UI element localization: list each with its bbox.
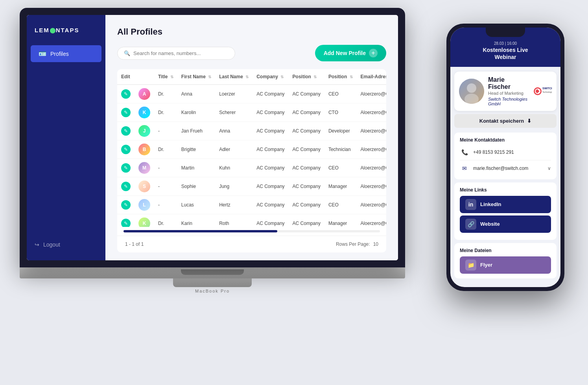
edit-button-4[interactable]: ✎ [121, 163, 131, 173]
edit-cell: ✎ [117, 122, 135, 140]
phone-icon: 📞 [460, 147, 469, 157]
firstname-cell: Karolin [177, 103, 215, 122]
lastname-cell: Jung [215, 177, 253, 196]
save-contact-button[interactable]: Kontakt speichern ⬇ [454, 114, 557, 128]
edit-button-3[interactable]: ✎ [121, 145, 131, 154]
profiles-table-container: Edit Title ⇅ First Name ⇅ Last Name ⇅ Co… [117, 69, 386, 252]
sidebar-nav: 🪪 Profiles [27, 45, 105, 237]
edit-cell: ✎ [117, 177, 135, 196]
macbook-label: MacBook Pro [20, 289, 405, 293]
contact-phone-item[interactable]: 📞 +49 8153 9215 291 [460, 146, 551, 158]
rows-per-page-value: 10 [373, 241, 378, 247]
search-input[interactable] [133, 50, 229, 56]
avatar-cell: J [135, 122, 154, 140]
position1-cell: AC Company [289, 103, 324, 122]
phone-header-date: 28.03 | 16:00 [457, 41, 554, 46]
email-cell: Aloerzero@Gmail.Com [357, 196, 386, 214]
edit-button-1[interactable]: ✎ [121, 108, 131, 117]
flyer-button[interactable]: 📁 Flyer [460, 256, 551, 274]
lastname-cell: Hertz [215, 196, 253, 214]
website-icon: 🔗 [465, 219, 476, 230]
macbook-screen: LEMNTAPS 🪪 Profiles ↪ Logout All Profile… [20, 8, 405, 267]
position2-cell: Developer [324, 122, 357, 140]
email-cell: Aloerzero@Gmail.Com [357, 214, 386, 227]
lastname-cell: Anna [215, 122, 253, 140]
table-row: ✎ M - Martin Kuhn AC Company AC Company … [117, 159, 386, 177]
profile-photo [459, 79, 484, 104]
edit-cell: ✎ [117, 196, 135, 214]
title-cell: Dr. [154, 140, 177, 159]
linkedin-button[interactable]: in LinkedIn [460, 196, 551, 213]
search-box[interactable]: 🔍 [117, 47, 235, 60]
app-window: LEMNTAPS 🪪 Profiles ↪ Logout All Profile… [27, 15, 398, 260]
table-row: ✎ S - Sophie Jung AC Company AC Company … [117, 177, 386, 196]
add-profile-button[interactable]: Add New Profile + [315, 45, 386, 61]
avatar-cell: S [135, 177, 154, 196]
company-cell: AC Company [253, 159, 288, 177]
divider [460, 160, 551, 160]
firstname-cell: Anna [177, 85, 215, 103]
table-scrollbar[interactable] [123, 230, 380, 232]
email-cell: Aloerzero@Gmail.Com [357, 177, 386, 196]
avatar-1: K [138, 107, 150, 118]
edit-cell: ✎ [117, 85, 135, 103]
avatar-cell: K [135, 103, 154, 122]
edit-button-6[interactable]: ✎ [121, 200, 131, 210]
edit-button-5[interactable]: ✎ [121, 182, 131, 191]
lastname-cell: Kuhn [215, 159, 253, 177]
toolbar: 🔍 Add New Profile + [117, 45, 386, 61]
edit-button-7[interactable]: ✎ [121, 219, 131, 227]
contact-phone-number: +49 8153 9215 291 [473, 149, 514, 155]
phone-screen: 28.03 | 16:00 Kostenloses LiveWebinar [450, 28, 560, 287]
firstname-cell: Martin [177, 159, 215, 177]
expand-icon[interactable]: ∨ [547, 166, 551, 171]
contact-email-item[interactable]: ✉ marie.fischer@switch.com ∨ [460, 162, 551, 175]
col-title: Title ⇅ [154, 69, 177, 85]
email-cell: Aloerzero@Gmail.Com [357, 140, 386, 159]
sidebar-item-profiles[interactable]: 🪪 Profiles [31, 45, 101, 62]
avatar-6: L [138, 199, 150, 211]
company-cell: AC Company [253, 122, 288, 140]
table-header-row: Edit Title ⇅ First Name ⇅ Last Name ⇅ Co… [117, 69, 386, 85]
main-content: All Profiles 🔍 Add New Profile + [105, 15, 398, 260]
email-cell: Aloerzero@Gmail.Com [357, 85, 386, 103]
logout-button[interactable]: ↪ Logout [27, 237, 105, 252]
files-section-title: Meine Dateien [460, 248, 551, 253]
svg-text:SWITCH: SWITCH [542, 87, 552, 90]
search-icon: 🔍 [124, 50, 130, 56]
links-section-title: Meine Links [460, 187, 551, 193]
svg-point-1 [467, 83, 476, 93]
position2-cell: Technician [324, 140, 357, 159]
table-row: ✎ L - Lucas Hertz AC Company AC Company … [117, 196, 386, 214]
avatar-cell: M [135, 159, 154, 177]
email-cell: Aloerzero@Gmail.Com [357, 122, 386, 140]
sidebar-item-label: Profiles [50, 51, 69, 57]
position1-cell: AC Company [289, 159, 324, 177]
macbook-device: LEMNTAPS 🪪 Profiles ↪ Logout All Profile… [20, 8, 405, 307]
position1-cell: AC Company [289, 140, 324, 159]
phone-device: 28.03 | 16:00 Kostenloses LiveWebinar [446, 24, 564, 291]
app-logo: LEMNTAPS [27, 23, 105, 45]
edit-cell: ✎ [117, 140, 135, 159]
contact-email-address: marie.fischer@switch.com [473, 166, 528, 171]
avatar-4: M [138, 162, 150, 174]
edit-button-2[interactable]: ✎ [121, 126, 131, 136]
col-email: Email-Adress ⇅ [357, 69, 386, 85]
position1-cell: AC Company [289, 122, 324, 140]
position2-cell: CEO [324, 159, 357, 177]
lastname-cell: Loerzer [215, 85, 253, 103]
table-row: ✎ A Dr. Anna Loerzer AC Company AC Compa… [117, 85, 386, 103]
table-scroll[interactable]: Edit Title ⇅ First Name ⇅ Last Name ⇅ Co… [117, 69, 386, 227]
profiles-icon: 🪪 [39, 50, 46, 57]
lastname-cell: Adler [215, 140, 253, 159]
firstname-cell: Jan Frueh [177, 122, 215, 140]
rows-per-page: Rows Per Page: 10 [336, 241, 378, 247]
col-edit: Edit [117, 69, 135, 85]
svg-text:Technologies: Technologies [542, 91, 552, 93]
firstname-cell: Lucas [177, 196, 215, 214]
company-cell: AC Company [253, 140, 288, 159]
website-button[interactable]: 🔗 Website [460, 216, 551, 233]
col-position1: Position ⇅ [289, 69, 324, 85]
contact-section: Meine Kontaktdaten 📞 +49 8153 9215 291 ✉… [454, 133, 557, 179]
edit-button-0[interactable]: ✎ [121, 89, 131, 99]
